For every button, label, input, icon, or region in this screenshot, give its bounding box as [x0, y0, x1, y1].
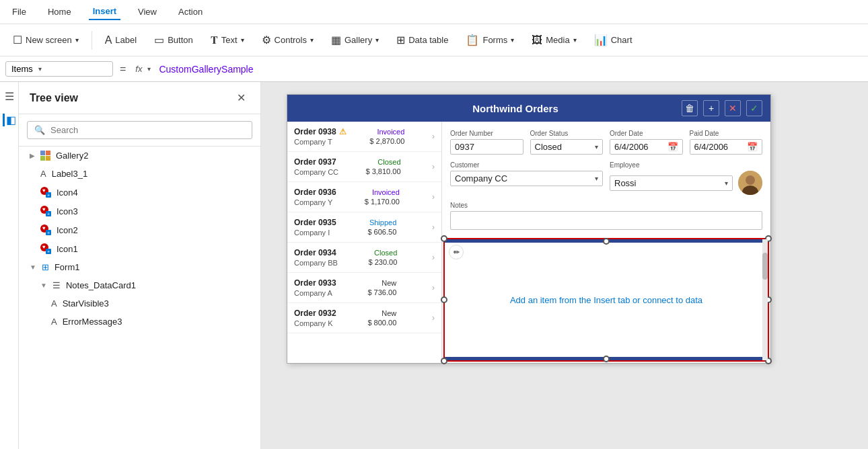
order-row-0935[interactable]: Order 0935 Company I Shipped $ 606.50 ›	[287, 212, 441, 243]
gallery2-scrollbar-thumb[interactable]	[762, 253, 768, 280]
tree-item-icon2[interactable]: ♥ + Icon2	[19, 220, 260, 239]
media-button[interactable]: 🖼 Media ▾	[524, 30, 583, 50]
detail-row-2: Customer Company CC ▾ Employee	[450, 161, 762, 195]
data-table-button[interactable]: ⊞ Data table	[389, 30, 456, 50]
new-screen-button[interactable]: ☐ New screen ▾	[5, 30, 86, 50]
order-row-0936[interactable]: Order 0936 Company Y Invoiced $ 1,170.00…	[287, 182, 441, 212]
tree-panel: Tree view ✕ 🔍 ▶ Gal	[19, 82, 261, 449]
tree-item-gallery2[interactable]: ▶ Gallery2	[19, 147, 260, 165]
order-row-0933[interactable]: Order 0933 Company A New $ 736.00 ›	[287, 273, 441, 303]
text-button[interactable]: 𝐓 Text ▾	[203, 30, 252, 50]
order-date-value: 6/4/2006 📅	[610, 139, 683, 155]
label-icon: A	[105, 34, 112, 46]
order-row-0937[interactable]: Order 0937 Company CC Closed $ 3,810.00 …	[287, 152, 441, 182]
tree-item-notes-datacard1[interactable]: ▼ ☰ Notes_DataCard1	[19, 276, 260, 294]
close-button[interactable]: ✕	[725, 100, 741, 116]
controls-dropdown-icon: ▾	[310, 36, 314, 44]
tree-item-form1-label: Form1	[55, 262, 80, 272]
tree-item-icon3-label: Icon3	[57, 206, 78, 216]
tree-item-icon3[interactable]: ♥ + Icon3	[19, 202, 260, 220]
handle-bottom-center[interactable]	[603, 356, 610, 362]
menu-action[interactable]: Action	[174, 4, 207, 19]
order-row-0938[interactable]: Order 0938 ⚠ Company T Invoiced $ 2,870.…	[287, 122, 441, 152]
order-row-0932[interactable]: Order 0932 Company K New $ 800.00 ›	[287, 303, 441, 333]
order-arrow-0937: ›	[432, 162, 435, 171]
tree-title: Tree view	[30, 92, 78, 104]
tree-item-label3-1[interactable]: A Label3_1	[19, 165, 260, 183]
order-number-label: Order Number	[450, 130, 523, 137]
trash-button[interactable]: 🗑	[682, 100, 698, 116]
order-list: Order 0938 ⚠ Company T Invoiced $ 2,870.…	[287, 122, 442, 363]
gallery-button[interactable]: ▦ Gallery ▾	[324, 30, 386, 50]
forms-icon: 📋	[466, 34, 479, 46]
order-arrow-0936: ›	[432, 192, 435, 202]
tree-search-box: 🔍	[27, 121, 252, 139]
forms-button[interactable]: 📋 Forms ▾	[458, 30, 521, 50]
handle-left-center[interactable]	[441, 296, 447, 303]
order-arrow-0935: ›	[432, 222, 435, 232]
customer-value[interactable]: Company CC ▾	[450, 171, 603, 186]
button-button[interactable]: ▭ Button	[147, 30, 201, 50]
menu-home[interactable]: Home	[44, 4, 75, 19]
hamburger-icon[interactable]: ☰	[5, 90, 14, 103]
field-order-number: Order Number 0937	[450, 130, 523, 155]
property-dropdown[interactable]: Items ▾	[5, 61, 113, 77]
property-dropdown-arrow: ▾	[38, 65, 42, 73]
search-input[interactable]	[50, 125, 245, 135]
order-status-value[interactable]: Closed ▾	[530, 139, 604, 155]
notes-label: Notes	[450, 202, 762, 209]
gallery2-edit-icon[interactable]: ✏	[449, 245, 464, 259]
canvas-area: Northwind Orders 🗑 + ✕ ✓	[261, 82, 868, 449]
customer-label: Customer	[450, 161, 603, 169]
paid-date-calendar-icon[interactable]: 📅	[747, 142, 758, 152]
controls-button[interactable]: ⚙ Controls ▾	[254, 30, 321, 50]
handle-top-left[interactable]	[441, 235, 447, 242]
notes-section: Notes	[450, 202, 762, 230]
order-arrow-0934: ›	[432, 253, 435, 262]
media-icon: 🖼	[532, 34, 542, 46]
notes-input[interactable]	[450, 211, 762, 230]
tree-item-icon1[interactable]: ♥ + Icon1	[19, 239, 260, 258]
employee-value[interactable]: Rossi ▾	[610, 175, 733, 191]
menu-file[interactable]: File	[8, 4, 30, 19]
order-row-0934[interactable]: Order 0934 Company BB Closed $ 230.00 ›	[287, 243, 441, 273]
customer-dropdown-arrow: ▾	[595, 175, 598, 182]
tree-item-icon2-label: Icon2	[57, 225, 78, 235]
main-layout: ☰ ◧ Tree view ✕ 🔍 ▶	[0, 82, 868, 449]
menu-insert[interactable]: Insert	[89, 3, 120, 20]
gallery2-selected-container[interactable]: ✏ Add an item from the Insert tab or con…	[443, 238, 769, 362]
new-screen-dropdown-icon: ▾	[75, 36, 79, 44]
tree-close-button[interactable]: ✕	[233, 90, 250, 106]
check-button[interactable]: ✓	[746, 100, 762, 116]
label-button[interactable]: A Label	[98, 30, 144, 50]
fx-dropdown-arrow: ▾	[147, 65, 151, 73]
tree-item-gallery2-label: Gallery2	[56, 151, 88, 161]
tree-item-label3-1-label: Label3_1	[52, 169, 88, 179]
chart-button[interactable]: 📊 Chart	[587, 30, 640, 50]
errormessage3-icon: A	[51, 317, 57, 327]
tree-item-errormessage3[interactable]: A ErrorMessage3	[19, 313, 260, 331]
layers-icon[interactable]: ◧	[3, 114, 16, 126]
add-button[interactable]: +	[703, 100, 719, 116]
tree-item-form1[interactable]: ▼ ⊞ Form1	[19, 258, 260, 276]
order-number-value: 0937	[450, 139, 523, 155]
gallery2-scrollbar[interactable]	[762, 239, 768, 360]
tree-item-starvisible3[interactable]: A StarVisible3	[19, 294, 260, 313]
search-icon: 🔍	[34, 125, 45, 135]
order-status-dropdown-arrow: ▾	[595, 143, 598, 151]
fx-label: fx	[133, 64, 145, 74]
handle-bottom-left[interactable]	[441, 358, 447, 364]
handle-top-center[interactable]	[603, 238, 610, 245]
menu-bar: File Home Insert View Action	[0, 0, 868, 24]
formula-input[interactable]	[153, 64, 863, 75]
icon3-icon: ♥ +	[40, 206, 51, 216]
controls-icon: ⚙	[262, 34, 271, 46]
tree-item-icon4-label: Icon4	[57, 188, 78, 198]
menu-view[interactable]: View	[134, 4, 161, 19]
tree-header: Tree view ✕	[19, 82, 260, 114]
equals-sign: =	[116, 63, 130, 75]
tree-item-icon4[interactable]: ♥ + Icon4	[19, 183, 260, 202]
tree-item-icon1-label: Icon1	[57, 244, 78, 254]
order-date-calendar-icon[interactable]: 📅	[667, 142, 678, 152]
toolbar: ☐ New screen ▾ A Label ▭ Button 𝐓 Text ▾…	[0, 24, 868, 56]
